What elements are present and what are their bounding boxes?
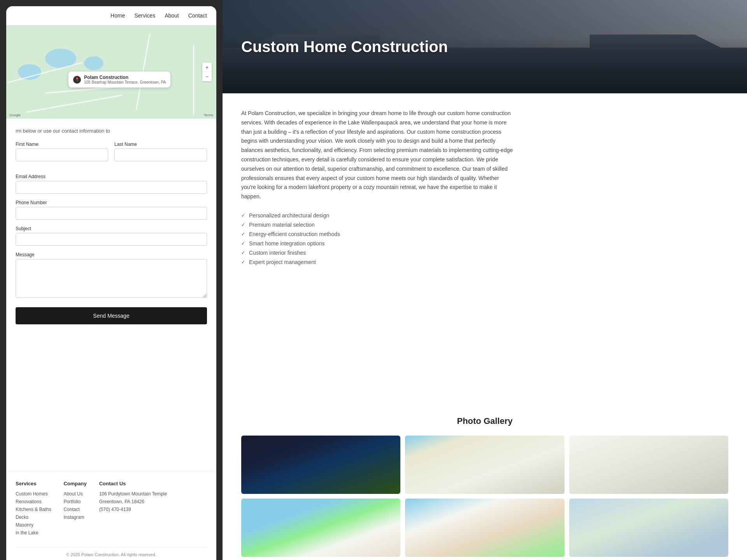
footer-contact-heading: Contact Us [99,481,167,486]
gallery-item-2 [405,436,564,494]
last-name-label: Last Name [114,142,207,147]
map-water-body [18,64,41,80]
last-name-group: Last Name [114,142,207,161]
zoom-in-button[interactable]: + [202,63,212,72]
feature-text: Expert project management [249,259,316,265]
phone-input[interactable] [16,207,207,220]
business-name: Polam Construction [84,75,166,80]
footer-link-instagram[interactable]: Instagram [63,514,86,520]
footer-columns: Services Custom Homes Renovations Kitche… [16,481,207,538]
footer-link-decks[interactable]: Decks [16,514,51,520]
hero-overlay: Custom Home Construction [223,0,747,93]
gallery-image-1 [241,436,400,494]
footer-services-heading: Services [16,481,51,486]
send-message-button[interactable]: Send Message [16,307,207,324]
nav-home[interactable]: Home [110,12,125,19]
features-list: ✓Personalized architectural design✓Premi… [241,212,728,265]
content-area: At Polam Construction, we specialize in … [223,93,747,416]
footer-link-renovations[interactable]: Renovations [16,499,51,504]
feature-item: ✓Premium material selection [241,222,728,228]
checkmark-icon: ✓ [241,231,245,237]
email-input[interactable] [16,181,207,194]
gallery-section: Photo Gallery [223,416,747,560]
checkmark-icon: ✓ [241,259,245,265]
feature-text: Energy-efficient construction methods [249,231,340,237]
footer-link-contact[interactable]: Contact [63,507,86,512]
name-row: First Name Last Name [16,142,207,168]
footer-company-heading: Company [63,481,86,486]
feature-item: ✓Custom interior finishes [241,250,728,256]
footer-link-about[interactable]: About Us [63,491,86,497]
checkmark-icon: ✓ [241,213,245,218]
gallery-item-5 [405,499,564,557]
subject-input[interactable] [16,233,207,246]
subject-group: Subject [16,226,207,246]
checkmark-icon: ✓ [241,241,245,246]
subject-label: Subject [16,226,207,231]
feature-item: ✓Personalized architectural design [241,212,728,219]
map-pin-info: Polam Construction 105 Beartrap Mountain… [84,75,166,84]
service-description: At Polam Construction, we specialize in … [241,109,514,201]
gallery-title: Photo Gallery [241,416,728,426]
nav-contact[interactable]: Contact [188,12,207,19]
map-terms: Terms [204,113,214,117]
email-label: Email Address [16,174,207,179]
feature-item: ✓Smart home integration options [241,240,728,247]
map-road [193,45,194,115]
feature-text: Custom interior finishes [249,250,306,256]
hero-title: Custom Home Construction [241,38,448,56]
email-group: Email Address [16,174,207,194]
map-water-body [84,56,103,70]
contact-form-section: rm below or use our contact information … [6,119,216,471]
gallery-item-6 [569,499,728,557]
feature-text: Smart home integration options [249,240,325,247]
footer-link-custom-homes[interactable]: Custom Homes [16,491,51,497]
phone-group: Phone Number [16,200,207,220]
footer-services-col: Services Custom Homes Renovations Kitche… [16,481,51,538]
footer-link-portfolio[interactable]: Portfolio [63,499,86,504]
footer-address-line2: Greentown, PA 18426 [99,499,167,504]
footer-copyright: © 2025 Polam Construction. All rights re… [16,547,207,557]
first-name-label: First Name [16,142,108,147]
left-panel: Home Services About Contact 📍 Polam Cons… [6,6,216,560]
first-name-group: First Name [16,142,108,161]
zoom-out-button[interactable]: − [202,72,212,81]
feature-item: ✓Expert project management [241,259,728,265]
hero-section: Custom Home Construction [223,0,747,93]
gallery-image-4 [241,499,400,557]
nav-services[interactable]: Services [134,12,155,19]
message-label: Message [16,252,207,257]
location-icon: 📍 [73,76,81,84]
nav-about[interactable]: About [165,12,179,19]
map-attribution: Google [9,113,21,117]
checkmark-icon: ✓ [241,250,245,256]
gallery-item-3 [569,436,728,494]
gallery-image-3 [569,436,728,494]
copyright-text: © 2025 Polam Construction. All rights re… [66,552,156,557]
gallery-image-5 [405,499,564,557]
map-pin: 📍 Polam Construction 105 Beartrap Mounta… [68,72,170,88]
map-zoom-controls: + − [202,63,212,81]
footer-link-masonry[interactable]: Masonry [16,522,51,528]
footer-link-kitchens[interactable]: Kitchens & Baths [16,507,51,512]
footer-contact-col: Contact Us 106 Purdytown Mountain Temple… [99,481,167,538]
business-address: 105 Beartrap Mountain Terrace, Greentown… [84,80,166,84]
right-panel: Custom Home Construction At Polam Constr… [223,0,747,560]
footer-company-col: Company About Us Portfolio Contact Insta… [63,481,86,538]
message-textarea[interactable] [16,259,207,298]
form-intro-text: rm below or use our contact information … [16,128,207,134]
first-name-input[interactable] [16,149,108,161]
last-name-input[interactable] [114,149,207,161]
feature-item: ✓Energy-efficient construction methods [241,231,728,237]
phone-label: Phone Number [16,200,207,205]
gallery-grid [241,436,728,557]
gallery-image-2 [405,436,564,494]
footer-lake-text: in the Lake [16,530,51,536]
footer-phone: (570) 470-4139 [99,507,167,512]
message-group: Message [16,252,207,298]
map-road [26,94,123,112]
map-container: 📍 Polam Construction 105 Beartrap Mounta… [6,25,216,119]
footer: Services Custom Homes Renovations Kitche… [6,471,216,560]
gallery-item-4 [241,499,400,557]
navigation: Home Services About Contact [6,6,216,25]
